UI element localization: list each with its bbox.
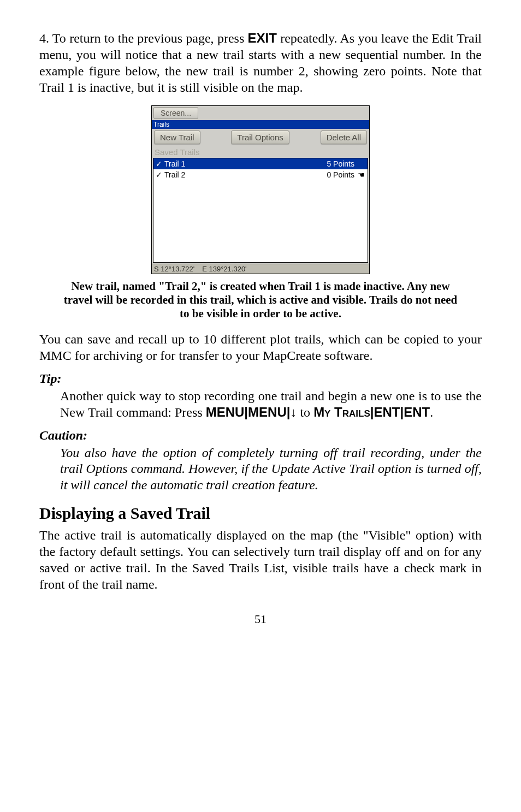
trail-buttons-row: New Trail Trail Options Delete All: [152, 129, 369, 147]
window-title-trails: Trails: [152, 120, 369, 129]
tip-to: to: [297, 405, 313, 419]
page-number: 51: [39, 612, 482, 626]
paragraph-1: 4. To return to the previous page, press…: [39, 30, 482, 96]
key-menu-2: MENU: [248, 405, 287, 419]
smallcaps-my-trails: My Trails: [313, 405, 370, 419]
trail-list: ✓ Trail 1 5 Points ✓ Trail 2 0 Points ☚: [153, 158, 368, 263]
figure-caption: New trail, named "Trail 2," is created w…: [61, 280, 460, 321]
saved-trails-label: Saved Trails: [152, 147, 369, 158]
key-ent-2: ENT: [404, 405, 430, 419]
screen-top-row: Screen...: [152, 106, 369, 120]
trail-pts: 5 Points: [327, 159, 354, 168]
trail-options-button: Trail Options: [231, 131, 289, 144]
trail-row-2: ✓ Trail 2 0 Points ☚: [153, 169, 368, 180]
pointer-icon: ☚: [358, 170, 365, 179]
key-down-arrow: ↓: [290, 405, 297, 419]
paragraph-2: You can save and recall up to 10 differe…: [39, 331, 482, 364]
p1-a: 4. To return to the previous page, press: [39, 31, 248, 45]
section-heading: Displaying a Saved Trail: [39, 504, 482, 523]
new-trail-button: New Trail: [154, 131, 200, 144]
lat-value: S 12°13.722': [154, 265, 194, 273]
check-icon: ✓: [156, 159, 162, 168]
tip-end: .: [430, 405, 433, 419]
pipe-3: |: [370, 405, 374, 419]
paragraph-3: The active trail is automatically displa…: [39, 527, 482, 592]
check-icon: ✓: [156, 170, 162, 179]
coords-footer: S 12°13.722' E 139°21.320': [152, 264, 369, 274]
key-menu-1: MENU: [206, 405, 245, 419]
key-ent-1: ENT: [374, 405, 400, 419]
lon-value: E 139°21.320': [202, 265, 246, 273]
tip-heading: Tip:: [39, 371, 482, 386]
gps-screen-mock: Screen... Trails New Trail Trail Options…: [151, 105, 370, 274]
trail-pts: 0 Points: [327, 170, 354, 179]
caution-heading: Caution:: [39, 428, 482, 443]
screen-menu-btn: Screen...: [153, 107, 198, 119]
trail-row-1: ✓ Trail 1 5 Points: [153, 158, 368, 169]
delete-all-button: Delete All: [321, 131, 367, 144]
trail-name: Trail 2: [164, 170, 185, 179]
tip-body: Another quick way to stop recording one …: [60, 388, 482, 421]
caution-body: You also have the option of completely t…: [60, 445, 482, 493]
figure-trail-screen: Screen... Trails New Trail Trail Options…: [151, 105, 370, 274]
key-exit: EXIT: [248, 31, 277, 45]
trail-name: Trail 1: [164, 159, 185, 168]
